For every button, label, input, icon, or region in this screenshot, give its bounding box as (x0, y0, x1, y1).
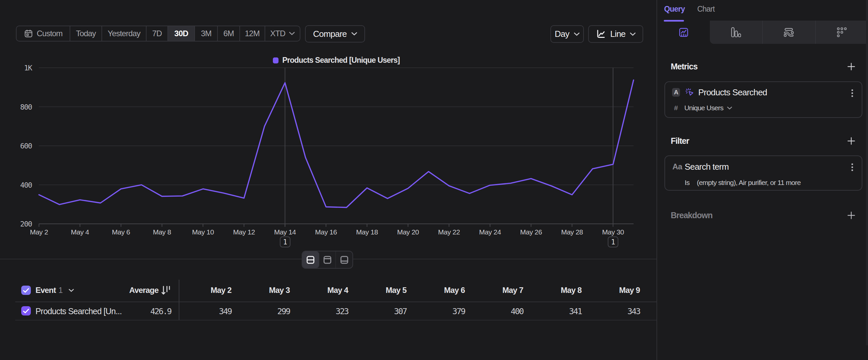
tab-query[interactable]: Query (664, 5, 685, 13)
row-checkbox[interactable] (21, 306, 31, 315)
metric-card[interactable]: A Products Searched # Unique Users (664, 81, 862, 118)
event-column-header[interactable]: Event 1 (35, 286, 74, 295)
layout-split-button[interactable] (302, 251, 319, 268)
bar-chart-icon (731, 27, 741, 37)
filter-property-name: Search term (685, 162, 729, 172)
y-axis-label: 600 (0, 142, 32, 150)
filter-section-header: Filter (671, 136, 855, 146)
x-axis-label: May 22 (438, 228, 460, 236)
column-header: May 6 (406, 286, 465, 295)
add-metric-button[interactable] (847, 63, 855, 71)
view-tab-bar[interactable] (710, 21, 762, 44)
x-axis-label: May 6 (112, 228, 130, 236)
retention-icon (837, 27, 847, 37)
view-tab-retention[interactable] (815, 21, 868, 44)
view-type-tabs (710, 21, 868, 44)
metric-name: Products Searched (698, 87, 767, 98)
table-cell: 307 (348, 307, 406, 316)
line-chart[interactable] (0, 0, 656, 259)
x-axis-label: May 28 (561, 228, 583, 236)
table-cell: 323 (290, 307, 348, 316)
event-count: 1 (58, 286, 63, 295)
breakdown-section-header: Breakdown (671, 211, 855, 220)
table-cell: 400 (465, 307, 523, 316)
x-axis-label: May 10 (192, 228, 214, 236)
x-axis-label: May 18 (356, 228, 378, 236)
filter-title: Filter (671, 136, 689, 146)
measure-dropdown[interactable]: Unique Users (684, 104, 732, 112)
query-sidebar: Query Chart (656, 0, 868, 360)
layout-toggle (302, 251, 353, 269)
average-column-header[interactable]: Average (99, 286, 158, 295)
add-filter-button[interactable] (847, 137, 855, 145)
add-breakdown-button[interactable] (847, 212, 855, 219)
metrics-title: Metrics (671, 62, 698, 72)
column-header: May 2 (173, 286, 231, 295)
table-cell: 349 (173, 307, 231, 316)
layout-split-icon (306, 255, 315, 265)
x-axis-label: May 2 (30, 228, 48, 236)
measure-prefix: # (674, 104, 678, 112)
filter-options-button[interactable] (851, 163, 853, 171)
annotation-badge[interactable]: 1 (608, 237, 618, 247)
check-icon (23, 308, 29, 313)
filter-card[interactable]: Aa Search term Is (empty string), Air pu… (664, 156, 862, 191)
insights-report-page: Custom Today Yesterday 7D 30D 3M 6M 12M … (0, 0, 868, 360)
filter-operator: Is (685, 179, 690, 187)
table-header-divider (15, 302, 656, 302)
sort-descending-icon[interactable] (161, 286, 170, 295)
x-axis-label: May 20 (397, 228, 419, 236)
filter-value: (empty string), Air purifier, or 11 more (697, 179, 801, 187)
flows-icon (784, 27, 794, 37)
y-axis-label: 1K (0, 64, 32, 72)
check-icon (23, 288, 29, 293)
table-cell: 341 (523, 307, 582, 316)
y-axis-label: 800 (0, 103, 32, 111)
layout-chart-button[interactable] (319, 251, 336, 268)
x-axis-label: May 8 (153, 228, 171, 236)
event-label: Event (35, 286, 56, 295)
x-axis-label: May 12 (233, 228, 255, 236)
measure-label: Unique Users (684, 104, 723, 112)
y-axis-label: 200 (0, 220, 32, 228)
metric-options-button[interactable] (851, 89, 853, 97)
x-axis-label: May 24 (479, 228, 501, 236)
view-tab-insights[interactable] (657, 21, 710, 44)
metric-letter-badge: A (672, 88, 680, 96)
select-all-checkbox[interactable] (21, 286, 31, 295)
filter-condition[interactable]: Is (empty string), Air purifier, or 11 m… (685, 179, 801, 187)
table-cell: 299 (231, 307, 290, 316)
table-cell: 379 (406, 307, 465, 316)
x-axis-label: May 30 (602, 228, 624, 236)
chevron-down-icon (69, 289, 74, 292)
table-row-average: 426.9 (105, 307, 171, 316)
annotation-badge[interactable]: 1 (280, 237, 290, 247)
tab-chart[interactable]: Chart (697, 5, 714, 13)
breakdown-title: Breakdown (671, 211, 713, 220)
y-axis-label: 400 (0, 181, 32, 189)
table-cell: 343 (582, 307, 640, 316)
layout-table-button[interactable] (336, 251, 352, 268)
text-property-icon: Aa (672, 162, 682, 171)
table-bottom-divider (15, 320, 656, 321)
column-header: May 9 (582, 286, 640, 295)
layout-chart-icon (322, 255, 332, 265)
column-header: May 5 (348, 286, 406, 295)
layout-table-icon (340, 255, 349, 265)
event-spark-icon (685, 87, 694, 96)
chevron-down-icon (727, 107, 732, 110)
series-line[interactable] (39, 80, 633, 207)
metrics-section-header: Metrics (671, 62, 855, 72)
view-tab-flows[interactable] (762, 21, 815, 44)
sidebar-scrollbar[interactable] (866, 0, 868, 345)
x-axis-label: May 14 (274, 228, 296, 236)
column-header: May 8 (523, 286, 582, 295)
x-axis-label: May 4 (71, 228, 89, 236)
insights-icon (679, 27, 689, 37)
column-header: May 4 (290, 286, 348, 295)
x-axis-label: May 16 (315, 228, 337, 236)
column-header: May 3 (231, 286, 290, 295)
column-header: May 7 (465, 286, 523, 295)
x-axis-label: May 26 (520, 228, 542, 236)
